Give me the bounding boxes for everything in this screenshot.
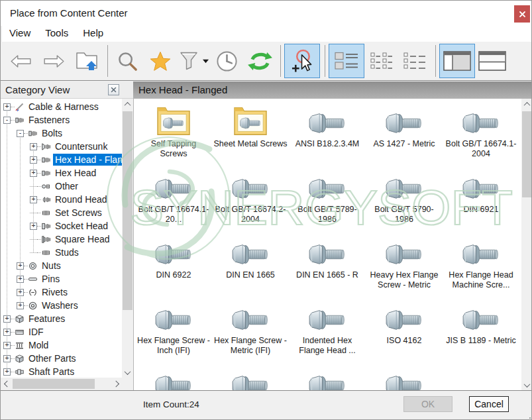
vertical-split-button[interactable]	[439, 44, 475, 78]
scroll-right-button[interactable]	[111, 378, 122, 389]
expand-icon[interactable]: +	[3, 103, 11, 111]
scroll-down-button[interactable]	[122, 367, 133, 378]
search-button[interactable]	[111, 44, 143, 78]
grid-vertical-scrollbar[interactable]	[521, 99, 532, 390]
sidebar-item-cable-harness[interactable]: +Cable & Harness	[1, 100, 122, 113]
grid-item-part[interactable]	[366, 365, 443, 390]
collapse-icon[interactable]: -	[3, 117, 11, 124]
sidebar-item-set-screws[interactable]: Set Screws	[1, 206, 122, 219]
grid-item-din-en-1665-r[interactable]: DIN EN 1665 - R	[289, 234, 366, 299]
resize-grip[interactable]	[529, 417, 531, 419]
sidebar-item-features[interactable]: +Features	[1, 312, 122, 325]
grid-item-bolt-gb-t-16674-1-20[interactable]: Bolt GB/T 16674.1-20...	[135, 168, 212, 234]
grid-item-sheet-metal-screws[interactable]: Sheet Metal Screws	[212, 103, 289, 168]
expand-icon[interactable]: +	[3, 315, 11, 323]
panel-close-button[interactable]	[108, 84, 119, 95]
grid-item-part[interactable]	[135, 365, 212, 390]
cancel-button[interactable]: Cancel	[469, 396, 509, 412]
sidebar-item-hex-head-flang[interactable]: +Hex Head - Flang	[1, 153, 122, 166]
grid-item-bolt-gb-t-5790-1986[interactable]: Bolt GB/T 5790-1986	[366, 168, 443, 234]
expand-icon[interactable]: +	[30, 170, 37, 177]
favorites-button[interactable]	[144, 44, 176, 78]
expand-icon[interactable]: +	[30, 196, 37, 203]
scroll-up-button[interactable]	[521, 99, 532, 109]
tree-vertical-scrollbar[interactable]	[122, 99, 133, 378]
expand-icon[interactable]: +	[3, 342, 11, 349]
expand-icon[interactable]: +	[17, 302, 24, 309]
grid-item-part[interactable]	[289, 365, 366, 390]
tile-view-button[interactable]	[366, 44, 398, 78]
menu-help[interactable]: Help	[76, 26, 111, 42]
grid-item-bolt-gb-t-16674-2-2004[interactable]: Bolt GB/T 16674.2-2004	[212, 168, 289, 234]
sidebar-item-round-head[interactable]: +Round Head	[1, 193, 122, 206]
ok-button[interactable]: OK	[403, 396, 452, 412]
expand-icon[interactable]: +	[3, 355, 11, 362]
tree-item-label: Cable & Harness	[27, 101, 101, 113]
forward-button[interactable]	[38, 44, 70, 78]
sidebar-item-shaft-parts[interactable]: +Shaft Parts	[1, 365, 122, 378]
expand-icon[interactable]: +	[30, 156, 37, 164]
tree-connector	[37, 226, 41, 227]
scroll-up-button[interactable]	[122, 99, 133, 109]
scrollbar-thumb[interactable]	[522, 111, 532, 197]
grid-item-din-en-1665[interactable]: DIN EN 1665	[212, 234, 289, 299]
sidebar-item-pins[interactable]: +Pins	[1, 272, 122, 286]
close-button[interactable]	[514, 5, 530, 23]
menu-tools[interactable]: Tools	[38, 26, 76, 42]
sidebar-item-other-parts[interactable]: +Other Parts	[1, 352, 122, 365]
sidebar-item-square-head[interactable]: Square Head	[1, 233, 122, 246]
grid-item-ansi-b18-2-3-4m[interactable]: ANSI B18.2.3.4M	[289, 103, 366, 168]
sidebar-item-countersunk[interactable]: +Countersunk	[1, 140, 122, 153]
sidebar-item-idf[interactable]: +IDF	[1, 325, 122, 339]
back-button[interactable]	[5, 44, 36, 78]
expand-icon[interactable]: +	[17, 276, 24, 283]
scrollbar-thumb[interactable]	[13, 379, 95, 389]
horizontal-split-button[interactable]	[476, 44, 508, 78]
grid-item-bolt-gb-t-5789-1986[interactable]: Bolt GB/T 5789-1986	[289, 168, 366, 234]
sidebar-item-bolts[interactable]: -Bolts	[1, 127, 122, 140]
place-part-button[interactable]	[284, 44, 320, 78]
expand-icon[interactable]: +	[30, 143, 37, 150]
expand-icon[interactable]: +	[30, 223, 37, 230]
grid-item-hex-flange-head-machine-scre[interactable]: Hex Flange Head Machine Scre...	[443, 234, 519, 299]
sidebar-item-studs[interactable]: Studs	[1, 246, 122, 259]
sidebar-item-mold[interactable]: +Mold	[1, 339, 122, 352]
filter-button[interactable]	[178, 44, 209, 78]
grid-item-indented-hex-flange-head[interactable]: Indented Hex Flange Head ...	[289, 299, 366, 365]
sidebar-item-other[interactable]: Other	[1, 180, 122, 193]
scroll-left-button[interactable]	[1, 378, 11, 389]
scrollbar-thumb[interactable]	[123, 111, 133, 310]
grid-item-din-6921[interactable]: DIN 6921	[443, 168, 519, 234]
sidebar-item-hex-head[interactable]: +Hex Head	[1, 166, 122, 180]
menu-view[interactable]: View	[2, 26, 38, 42]
grid-item-din-6922[interactable]: DIN 6922	[135, 234, 212, 299]
sidebar-item-nuts[interactable]: +Nuts	[1, 259, 122, 272]
grid-item-as-1427-metric[interactable]: AS 1427 - Metric	[366, 103, 443, 168]
collapse-icon[interactable]: -	[17, 130, 24, 137]
grid-item-bolt-gb-t-16674-1-2004[interactable]: Bolt GB/T 16674.1-2004	[443, 103, 519, 168]
expand-icon[interactable]: +	[3, 368, 11, 376]
grid-item-hex-flange-screw-metric-ifi[interactable]: Hex Flange Screw - Metric (IFI)	[212, 299, 289, 365]
refresh-button[interactable]	[244, 44, 276, 78]
expand-icon[interactable]: +	[17, 289, 24, 296]
sidebar-item-fasteners[interactable]: -Fasteners	[1, 113, 122, 127]
sidebar-item-socket-head[interactable]: +Socket Head	[1, 219, 122, 233]
sidebar-item-washers[interactable]: +Washers	[1, 299, 122, 312]
grid-item-self-tapping-screws[interactable]: Self Tapping Screws	[135, 103, 212, 168]
menu-bar: ViewToolsHelp	[2, 26, 531, 42]
grid-item-hex-flange-screw-inch-ifi[interactable]: Hex Flange Screw - Inch (IFI)	[135, 299, 212, 365]
large-icon-list-button[interactable]	[329, 44, 364, 78]
expand-icon[interactable]: +	[3, 329, 11, 336]
grid-item-part[interactable]	[212, 365, 289, 390]
copy-to-folder-button[interactable]	[71, 44, 103, 78]
grid-item-jis-b-1189-metric[interactable]: JIS B 1189 - Metric	[443, 299, 519, 365]
tree-horizontal-scrollbar[interactable]	[1, 378, 122, 390]
sidebar-item-rivets[interactable]: +Rivets	[1, 286, 122, 299]
grid-item-iso-4162[interactable]: ISO 4162	[366, 299, 443, 365]
detail-list-button[interactable]	[399, 44, 431, 78]
history-button[interactable]	[211, 44, 242, 78]
tree-item-label: Round Head	[53, 193, 109, 205]
scroll-down-button[interactable]	[521, 380, 532, 390]
grid-item-heavy-hex-flange-screw-metric[interactable]: Heavy Hex Flange Screw - Metric	[366, 234, 443, 299]
expand-icon[interactable]: +	[17, 262, 24, 270]
